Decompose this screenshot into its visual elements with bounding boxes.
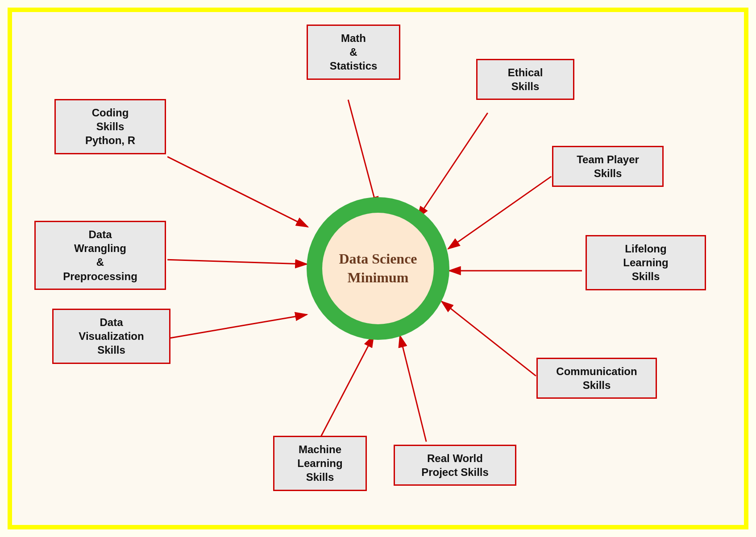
center-circle: Data Science Minimum — [307, 197, 449, 340]
svg-line-3 — [448, 177, 551, 249]
svg-line-2 — [417, 113, 487, 218]
skill-label-coding: CodingSkillsPython, R — [85, 107, 135, 146]
skill-label-data-wrangling: DataWrangling&Preprocessing — [63, 228, 137, 282]
svg-line-7 — [321, 335, 374, 436]
skill-box-real-world: Real WorldProject Skills — [394, 445, 516, 486]
svg-line-6 — [400, 335, 426, 442]
center-label: Data Science Minimum — [322, 250, 434, 287]
skill-label-real-world: Real WorldProject Skills — [421, 452, 489, 478]
diagram-container: Data Science Minimum Math&Statistics Eth… — [12, 12, 744, 525]
skill-label-team-player: Team PlayerSkills — [577, 153, 639, 179]
skill-box-communication: CommunicationSkills — [536, 358, 657, 399]
skill-label-ethical: EthicalSkills — [508, 66, 543, 92]
diagram-border: Data Science Minimum Math&Statistics Eth… — [8, 8, 748, 529]
center-inner: Data Science Minimum — [322, 213, 434, 324]
skill-box-data-wrangling: DataWrangling&Preprocessing — [34, 221, 166, 290]
skill-label-data-viz: DataVisualizationSkills — [79, 316, 144, 356]
svg-line-10 — [167, 157, 308, 227]
skill-label-math-stats: Math&Statistics — [330, 32, 378, 72]
skill-box-machine-learning: MachineLearningSkills — [273, 436, 367, 491]
skill-box-lifelong-learning: LifelongLearningSkills — [586, 235, 706, 290]
svg-line-9 — [167, 260, 307, 264]
skill-box-ethical: EthicalSkills — [476, 59, 574, 100]
skill-label-communication: CommunicationSkills — [556, 365, 637, 391]
skill-box-coding: CodingSkillsPython, R — [54, 99, 166, 154]
svg-line-5 — [442, 302, 536, 376]
skill-box-team-player: Team PlayerSkills — [552, 146, 664, 187]
skill-label-lifelong-learning: LifelongLearningSkills — [623, 243, 668, 282]
skill-box-data-viz: DataVisualizationSkills — [52, 309, 170, 364]
skill-label-machine-learning: MachineLearningSkills — [297, 443, 342, 483]
svg-line-8 — [166, 314, 307, 339]
svg-line-1 — [348, 100, 377, 209]
skill-box-math-stats: Math&Statistics — [307, 25, 400, 80]
